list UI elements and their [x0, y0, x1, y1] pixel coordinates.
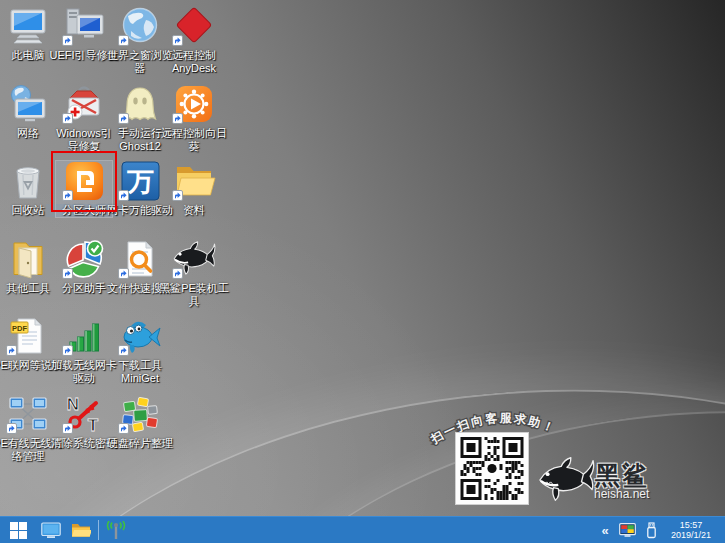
network-nodes-icon [6, 394, 50, 434]
globe-browser-icon [118, 6, 162, 46]
system-tray: « 15:57 2019/1/21 [595, 517, 725, 543]
network-globe-icon [6, 84, 50, 124]
desktop-icon-anydesk-remote[interactable]: 远程控制 AnyDesk [166, 6, 222, 75]
start-button[interactable] [0, 517, 36, 543]
shortcut-arrow-icon [172, 113, 183, 124]
icon-label: 下载工具 MiniGet [102, 359, 178, 385]
windows-logo-icon [10, 522, 27, 539]
signal-bars-icon [62, 316, 106, 356]
icon-label: 硬盘碎片整理 [102, 437, 178, 450]
fish-icon [118, 316, 162, 356]
taskbar-this-pc-button[interactable] [36, 517, 66, 543]
monitor-icon [6, 6, 50, 46]
icon-label: 资料 [156, 204, 232, 217]
desktop[interactable]: 此电脑 UEFI引导修复 世界之窗浏览 器 远程控制 AnyDesk [0, 0, 725, 516]
shortcut-arrow-icon [118, 345, 129, 356]
shortcut-arrow-icon [62, 113, 73, 124]
svg-text:T: T [88, 416, 99, 434]
icon-label: 远程控制向日 葵 [156, 127, 232, 153]
toolbox-icon [62, 84, 106, 124]
taskbar-file-explorer-button[interactable] [66, 517, 96, 543]
shortcut-arrow-icon [62, 345, 73, 356]
desktop-icon-miniget-downloader[interactable]: 下载工具 MiniGet [112, 316, 168, 385]
shortcut-arrow-icon [6, 345, 17, 356]
clock[interactable]: 15:57 2019/1/21 [663, 520, 725, 540]
shortcut-arrow-icon [118, 268, 129, 279]
desktop-icon-heisha-pe-installer[interactable]: 黑鲨PE装机工 具 [166, 239, 222, 308]
svg-text:N: N [67, 395, 79, 414]
folder-icon [71, 522, 91, 538]
icon-label: 远程控制 AnyDesk [156, 49, 232, 75]
pie-check-icon [62, 239, 106, 279]
clock-date: 2019/1/21 [663, 530, 719, 540]
shortcut-arrow-icon [62, 268, 73, 279]
shortcut-arrow-icon [172, 35, 183, 46]
svg-text:PDF: PDF [12, 324, 27, 333]
desktop-icon-sunlogin-remote[interactable]: 远程控制向日 葵 [166, 84, 222, 153]
folder-icon [172, 161, 216, 201]
tray-expand-button[interactable]: « [595, 517, 615, 543]
shortcut-arrow-icon [118, 113, 129, 124]
qr-code [455, 432, 529, 505]
pdf-doc-icon: PDF [6, 316, 50, 356]
shortcut-arrow-icon [6, 423, 17, 434]
display-color-icon[interactable] [615, 517, 639, 543]
icon-label: 黑鲨PE装机工 具 [156, 282, 232, 308]
desktop-icon-data-folder[interactable]: 资料 [166, 161, 222, 217]
monitor-icon [41, 522, 61, 539]
sunlogin-icon [172, 84, 216, 124]
brand-site: heisha.net [594, 487, 649, 501]
shortcut-arrow-icon [62, 423, 73, 434]
desktop-icon-disk-defrag[interactable]: 硬盘碎片整理 [112, 394, 168, 450]
recycle-bin-icon [6, 161, 50, 201]
wan-driver-icon: 万 [118, 161, 162, 201]
shark-icon [172, 239, 216, 279]
taskbar-separator [98, 520, 99, 540]
nt-key-icon: N T [62, 394, 106, 434]
shortcut-arrow-icon [118, 35, 129, 46]
wireless-antenna-button[interactable] [101, 517, 131, 543]
svg-text:万: 万 [126, 167, 154, 197]
screen: 此电脑 UEFI引导修复 世界之窗浏览 器 远程控制 AnyDesk [0, 0, 725, 543]
shortcut-arrow-icon [62, 190, 73, 201]
anydesk-icon [172, 6, 216, 46]
diskgenius-icon [62, 161, 106, 201]
usb-device-icon[interactable] [639, 517, 663, 543]
taskbar: « 15:57 2019/1/21 [0, 516, 725, 543]
clock-time: 15:57 [663, 520, 719, 530]
antenna-icon [104, 521, 128, 540]
shortcut-arrow-icon [118, 423, 129, 434]
desktop-icon-pe-network-manager[interactable]: PE有线无线网 络管理 [0, 394, 56, 463]
pc-repair-icon [62, 6, 106, 46]
ghost-icon [118, 84, 162, 124]
shortcut-arrow-icon [118, 190, 129, 201]
shortcut-arrow-icon [62, 35, 73, 46]
shortcut-arrow-icon [172, 268, 183, 279]
file-search-icon [118, 239, 162, 279]
shark-logo-icon [537, 455, 595, 503]
defrag-blocks-icon [118, 394, 162, 434]
door-folder-icon [6, 239, 50, 279]
shortcut-arrow-icon [172, 190, 183, 201]
